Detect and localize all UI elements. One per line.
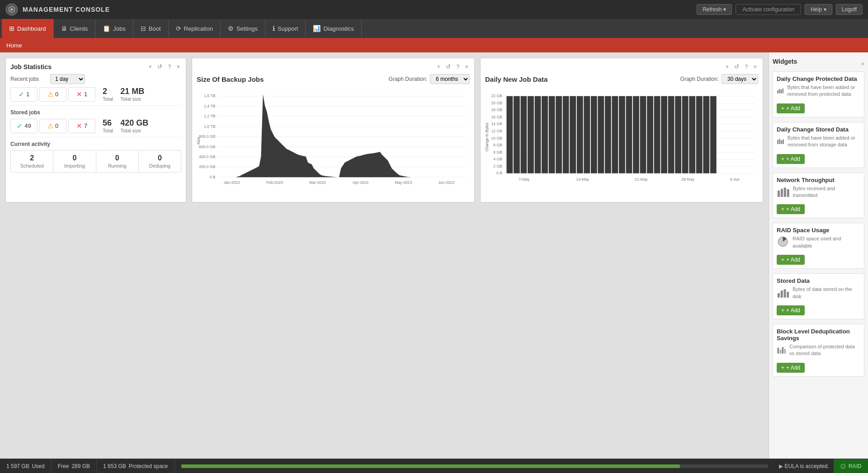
eula-text: EULA is accepted. bbox=[785, 463, 829, 469]
svg-rect-68 bbox=[612, 96, 618, 173]
nav-dashboard[interactable]: ⊞ Dashboard bbox=[2, 19, 54, 38]
svg-rect-104 bbox=[787, 292, 789, 298]
daily-chart-duration-select[interactable]: 7 days 14 days 30 days 60 days bbox=[722, 74, 758, 84]
activate-config-button[interactable]: Activate configuration bbox=[736, 4, 801, 15]
svg-rect-76 bbox=[668, 96, 675, 173]
backup-chart-add-btn[interactable]: + bbox=[436, 63, 442, 70]
svg-rect-55 bbox=[521, 96, 527, 173]
svg-text:Apr-2023: Apr-2023 bbox=[353, 180, 369, 185]
job-stats-add-btn[interactable]: + bbox=[147, 63, 154, 70]
svg-text:May-2023: May-2023 bbox=[395, 180, 412, 185]
svg-text:10 GB: 10 GB bbox=[491, 136, 503, 140]
activity-deduping: 0 Deduping bbox=[139, 150, 181, 172]
widget-card-raid-space-body: RAID space used and available bbox=[777, 235, 860, 252]
widget-add-raid-space-btn[interactable]: + + Add bbox=[777, 255, 805, 265]
logoff-button[interactable]: Logoff bbox=[836, 4, 863, 15]
recent-jobs-duration-select[interactable]: 1 day 7 days 30 days bbox=[50, 74, 85, 84]
widget-add-daily-change-protected-btn[interactable]: + + Add bbox=[777, 103, 805, 113]
status-raid-button[interactable]: ⊙ RAID bbox=[834, 459, 868, 473]
svg-rect-80 bbox=[696, 96, 703, 173]
svg-text:Jan-2023: Jan-2023 bbox=[224, 180, 240, 185]
nav-replication[interactable]: ⟳ Replication bbox=[169, 19, 221, 38]
refresh-button[interactable]: Refresh ▾ bbox=[697, 4, 732, 15]
nav-diagnostics[interactable]: 📊 Diagnostics bbox=[306, 19, 361, 38]
job-stats-close-btn[interactable]: × bbox=[175, 63, 181, 70]
support-icon: ℹ bbox=[273, 25, 275, 32]
top-bar-right: Refresh ▾ Activate configuration Help ▾ … bbox=[697, 4, 863, 15]
svg-text:800.0 GB: 800.0 GB bbox=[199, 134, 216, 139]
nav-settings[interactable]: ⚙ Settings bbox=[221, 19, 265, 38]
svg-rect-93 bbox=[779, 139, 780, 144]
widget-card-stored-data-desc: Bytes of data stored on the disk bbox=[793, 286, 860, 300]
settings-icon: ⚙ bbox=[228, 25, 234, 32]
job-stats-controls: + ↺ ? × bbox=[147, 63, 181, 70]
svg-rect-81 bbox=[703, 96, 709, 173]
backup-chart-close-btn[interactable]: × bbox=[463, 63, 470, 70]
job-statistics-panel: Job Statistics + ↺ ? × Recent jobs 1 day… bbox=[5, 58, 186, 202]
svg-rect-82 bbox=[710, 96, 717, 173]
widget-add-dedup-savings-btn[interactable]: + + Add bbox=[777, 363, 805, 373]
widget-card-daily-change-stored-body: Bytes that have been added or removed fr… bbox=[777, 135, 860, 151]
daily-chart-title: Daily New Job Data bbox=[485, 75, 547, 83]
widget-card-dedup-savings: Block Level Deduplication Savings Compar… bbox=[773, 324, 864, 377]
svg-text:Jun-2023: Jun-2023 bbox=[438, 180, 454, 185]
stored-total-size: 420 GB Total size bbox=[120, 118, 148, 133]
recent-success-box: ✓ 1 bbox=[10, 87, 38, 102]
divider-2 bbox=[10, 137, 181, 137]
svg-rect-67 bbox=[605, 96, 611, 173]
help-button[interactable]: Help ▾ bbox=[805, 4, 832, 15]
stored-jobs-label: Stored jobs bbox=[10, 109, 181, 116]
nav-support[interactable]: ℹ Support bbox=[265, 19, 306, 38]
svg-text:Mar-2023: Mar-2023 bbox=[309, 180, 326, 185]
svg-rect-95 bbox=[783, 139, 784, 144]
widget-add-stored-data-btn[interactable]: + + Add bbox=[777, 305, 805, 315]
protected-size: 1 653 GB bbox=[103, 463, 126, 469]
current-activity-label: Current activity bbox=[10, 141, 181, 147]
check-icon: ✓ bbox=[17, 122, 23, 130]
daily-chart-close-btn[interactable]: × bbox=[752, 63, 758, 70]
svg-rect-70 bbox=[626, 96, 632, 173]
job-stats-help-btn[interactable]: ? bbox=[166, 63, 172, 70]
check-icon: ✓ bbox=[19, 90, 24, 98]
job-stats-refresh-btn[interactable]: ↺ bbox=[156, 63, 164, 70]
svg-rect-103 bbox=[784, 289, 786, 297]
backup-chart-refresh-btn[interactable]: ↺ bbox=[444, 63, 452, 70]
job-stats-title: Job Statistics bbox=[10, 63, 52, 70]
daily-chart-controls: + ↺ ? × bbox=[724, 63, 758, 70]
svg-text:28-May: 28-May bbox=[681, 177, 694, 182]
nav-clients[interactable]: 🖥 Clients bbox=[54, 19, 96, 38]
svg-rect-98 bbox=[784, 187, 786, 197]
nav-diagnostics-label: Diagnostics bbox=[323, 25, 354, 32]
bar-chart-icon-2 bbox=[777, 135, 784, 147]
svg-text:22 GB: 22 GB bbox=[491, 94, 503, 98]
app-logo-icon bbox=[5, 3, 18, 16]
nav-dashboard-label: Dashboard bbox=[17, 25, 46, 32]
svg-rect-97 bbox=[781, 189, 783, 197]
sidebar-expand-icon[interactable]: » bbox=[861, 61, 864, 67]
daily-chart-refresh-btn[interactable]: ↺ bbox=[733, 63, 741, 70]
daily-chart-add-btn[interactable]: + bbox=[724, 63, 731, 70]
svg-rect-61 bbox=[563, 96, 569, 173]
status-left: 1 597 GB Used Free 289 GB 1 653 GB Prote… bbox=[0, 459, 834, 473]
nav-jobs[interactable]: 📋 Jobs bbox=[95, 19, 133, 38]
backup-chart-help-btn[interactable]: ? bbox=[455, 63, 461, 70]
backup-chart-area: 1.6 TB 1.4 TB 1.2 TB 1.0 TB 800.0 GB 600… bbox=[197, 87, 470, 195]
recent-jobs-row: Recent jobs 1 day 7 days 30 days bbox=[10, 74, 181, 84]
svg-rect-102 bbox=[781, 290, 783, 298]
nav-boot[interactable]: ⊟ Boot bbox=[133, 19, 169, 38]
svg-rect-77 bbox=[675, 96, 681, 173]
svg-rect-53 bbox=[506, 96, 513, 173]
activity-row: 2 Scheduled 0 Importing 0 Running 0 Dedu… bbox=[10, 150, 181, 173]
raid-label: RAID bbox=[849, 463, 862, 469]
protected-label: Protected space bbox=[129, 463, 168, 469]
nav-clients-label: Clients bbox=[70, 25, 88, 32]
widget-add-daily-change-stored-btn[interactable]: + + Add bbox=[777, 154, 805, 164]
svg-text:7-May: 7-May bbox=[519, 177, 530, 182]
widget-add-network-throughput-btn[interactable]: + + Add bbox=[777, 204, 805, 214]
backup-chart-duration-select[interactable]: 1 month 3 months 6 months 1 year bbox=[430, 74, 470, 84]
svg-text:18 GB: 18 GB bbox=[491, 108, 503, 112]
clients-icon: 🖥 bbox=[61, 25, 67, 32]
widget-card-daily-change-protected: Daily Change Protected Data Bytes that h… bbox=[773, 71, 864, 117]
daily-chart-help-btn[interactable]: ? bbox=[743, 63, 749, 70]
activity-importing: 0 Importing bbox=[53, 150, 96, 172]
